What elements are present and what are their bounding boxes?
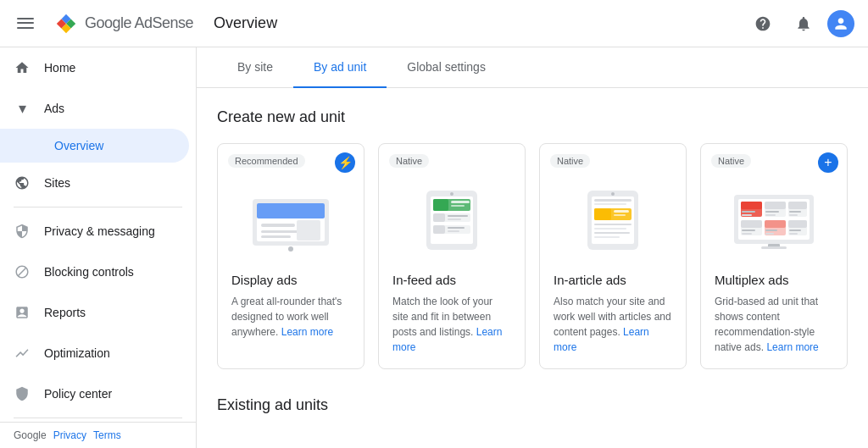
svg-rect-28 — [594, 208, 611, 220]
display-badge: Recommended — [228, 154, 305, 168]
svg-rect-39 — [741, 202, 762, 209]
svg-rect-2 — [257, 203, 325, 218]
reports-icon — [14, 304, 31, 321]
footer-brand: Google — [14, 429, 47, 441]
footer-terms-link[interactable]: Terms — [93, 429, 121, 441]
sidebar: Home ▾ Ads Overview Sites — [0, 47, 197, 448]
sidebar-item-home[interactable]: Home — [0, 47, 189, 88]
svg-rect-59 — [788, 220, 807, 228]
nav-divider-1 — [14, 207, 182, 207]
svg-rect-44 — [765, 211, 779, 213]
existing-section: Existing ad units — [217, 396, 848, 448]
expand-down-icon: ▾ — [14, 100, 31, 117]
create-section-title: Create new ad unit — [217, 108, 848, 126]
svg-rect-40 — [742, 211, 755, 213]
sidebar-item-privacy[interactable]: Privacy & messaging — [0, 211, 189, 252]
svg-rect-33 — [594, 232, 630, 234]
footer-privacy-link[interactable]: Privacy — [53, 429, 86, 441]
inarticle-card-title: In-article ads — [554, 273, 672, 287]
sidebar-item-policy[interactable]: Policy center — [0, 373, 189, 414]
svg-rect-32 — [594, 228, 626, 230]
svg-rect-12 — [451, 201, 470, 203]
multiplex-card-desc: Grid-based ad unit that shows content re… — [715, 294, 833, 355]
existing-section-title: Existing ad units — [217, 396, 848, 414]
sidebar-sites-label: Sites — [44, 176, 175, 190]
svg-rect-25 — [594, 199, 632, 202]
display-card-desc: A great all-rounder that's designed to w… — [231, 294, 350, 340]
user-avatar[interactable] — [827, 10, 854, 37]
optimization-icon — [14, 345, 31, 362]
sidebar-item-ads[interactable]: ▾ Ads — [0, 88, 189, 129]
svg-rect-61 — [789, 233, 798, 235]
notification-button[interactable] — [787, 7, 821, 41]
sidebar-privacy-label: Privacy & messaging — [44, 224, 175, 238]
sidebar-blocking-label: Blocking controls — [44, 265, 175, 279]
svg-rect-3 — [261, 224, 295, 227]
svg-rect-34 — [594, 236, 620, 238]
adsense-logo-icon — [54, 12, 78, 36]
sidebar-footer: Google Privacy Terms — [0, 422, 196, 448]
svg-rect-21 — [448, 230, 459, 232]
hamburger-button[interactable] — [14, 7, 47, 41]
svg-rect-20 — [448, 227, 465, 229]
content-area: Create new ad unit Recommended ⚡ — [197, 88, 868, 448]
svg-rect-43 — [765, 202, 786, 209]
svg-rect-31 — [594, 224, 632, 225]
svg-rect-57 — [765, 233, 774, 235]
svg-rect-60 — [789, 230, 801, 231]
sidebar-item-sites[interactable]: Sites — [0, 163, 189, 203]
sidebar-optimization-label: Optimization — [44, 346, 175, 360]
home-icon — [14, 59, 31, 76]
infeed-badge: Native — [389, 154, 429, 168]
tab-by-ad-unit[interactable]: By ad unit — [293, 47, 387, 88]
svg-rect-15 — [433, 213, 445, 222]
tab-global-settings[interactable]: Global settings — [387, 47, 506, 88]
svg-rect-5 — [261, 235, 291, 238]
sidebar-ads-label: Ads — [44, 102, 175, 115]
sidebar-item-blocking[interactable]: Blocking controls — [0, 252, 189, 292]
svg-rect-55 — [765, 220, 786, 228]
svg-rect-26 — [594, 203, 626, 205]
sidebar-reports-label: Reports — [44, 306, 175, 319]
inarticle-learn-more-link[interactable]: Learn more — [554, 326, 649, 353]
sidebar-item-optimization[interactable]: Optimization — [0, 333, 189, 373]
display-ads-card[interactable]: Recommended ⚡ — [217, 143, 364, 369]
svg-point-35 — [611, 192, 615, 196]
svg-rect-17 — [448, 218, 461, 220]
inarticle-card-desc: Also match your site and work well with … — [554, 294, 672, 355]
help-button[interactable] — [746, 7, 780, 41]
display-lightning-icon: ⚡ — [335, 152, 355, 173]
svg-rect-30 — [614, 214, 626, 216]
multiplex-plus-icon: + — [818, 152, 838, 173]
tab-by-site[interactable]: By site — [217, 47, 293, 88]
svg-rect-52 — [742, 230, 755, 231]
multiplex-ads-card[interactable]: Native + — [700, 143, 848, 369]
display-illustration — [231, 178, 350, 263]
display-card-title: Display ads — [231, 273, 350, 287]
header-icons — [746, 7, 854, 41]
infeed-ads-card[interactable]: Native — [378, 143, 526, 369]
inarticle-badge: Native — [550, 154, 590, 168]
svg-rect-63 — [761, 246, 787, 249]
sites-icon — [14, 174, 31, 191]
svg-rect-16 — [448, 215, 468, 217]
logo-text: Google AdSense — [85, 14, 193, 32]
multiplex-learn-more-link[interactable]: Learn more — [766, 341, 818, 353]
sidebar-overview-label: Overview — [54, 139, 103, 152]
svg-rect-29 — [614, 210, 629, 213]
inarticle-illustration — [554, 178, 672, 263]
tabs-bar: By site By ad unit Global settings — [197, 47, 868, 88]
display-learn-more-link[interactable]: Learn more — [281, 326, 333, 338]
privacy-icon — [14, 223, 31, 240]
svg-rect-11 — [433, 199, 448, 211]
infeed-learn-more-link[interactable]: Learn more — [392, 326, 502, 353]
svg-rect-48 — [789, 211, 801, 213]
sidebar-item-reports[interactable]: Reports — [0, 292, 189, 333]
main-content: By site By ad unit Global settings Creat… — [197, 47, 868, 448]
sidebar-policy-label: Policy center — [44, 387, 175, 401]
svg-rect-45 — [765, 214, 776, 216]
sidebar-item-overview[interactable]: Overview — [0, 129, 189, 163]
inarticle-ads-card[interactable]: Native — [539, 143, 687, 369]
svg-rect-53 — [742, 233, 752, 235]
svg-point-7 — [288, 246, 293, 252]
